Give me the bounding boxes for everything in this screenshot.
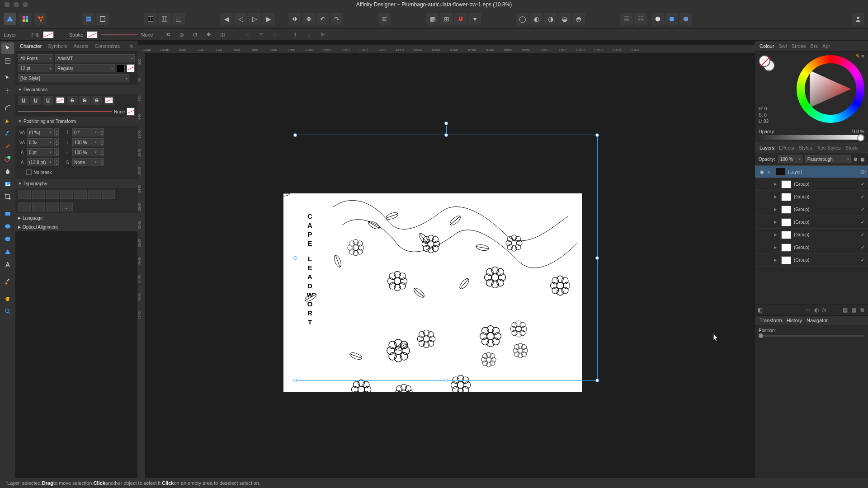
delete-layer-icon[interactable]: 🗑	[860, 307, 865, 313]
zoom-tool-icon[interactable]	[1, 305, 14, 317]
typo-caps-button[interactable]	[46, 190, 59, 199]
selection-handle-tr[interactable]	[595, 133, 599, 137]
align-right-icon[interactable]: ≡	[270, 30, 280, 40]
space-h-icon[interactable]: ⊪	[318, 30, 328, 40]
snap-options-icon[interactable]: ▾	[468, 13, 481, 25]
expand-icon[interactable]: ▶	[774, 245, 778, 249]
strike-button[interactable]: S	[67, 96, 78, 105]
insert-target-icon[interactable]: ☰	[620, 13, 633, 25]
close-window-icon[interactable]	[5, 2, 10, 7]
layer-cog-icon[interactable]: ⚙	[854, 157, 858, 162]
layer-row[interactable]: ▶(Group)✓	[755, 203, 868, 216]
tab-styles[interactable]: Styles	[798, 145, 812, 150]
cycle-select-icon[interactable]: ◫	[217, 30, 227, 40]
align-center-icon[interactable]: ≣	[256, 30, 266, 40]
language-header[interactable]: ▶Language	[15, 213, 137, 222]
tab-effects[interactable]: Effects	[779, 145, 794, 150]
insert-inside-icon[interactable]: ☷	[634, 13, 647, 25]
typo-position-button[interactable]	[74, 190, 87, 199]
opacity-slider[interactable]	[759, 135, 864, 140]
double-strike-button[interactable]: S	[79, 96, 90, 105]
add-pixel-layer-icon[interactable]: ▦	[851, 307, 856, 313]
blend-mode-select[interactable]: Passthrough	[805, 155, 851, 163]
typo-ordinals-button[interactable]	[102, 190, 115, 199]
expand-icon[interactable]: ▶	[768, 170, 773, 174]
tab-stock[interactable]: Stock	[845, 145, 858, 150]
axis-icon[interactable]	[172, 13, 185, 25]
fill-stroke-swatch-stack[interactable]	[759, 55, 775, 71]
corner-tool-icon[interactable]	[1, 102, 14, 114]
lock-aspect-icon[interactable]: ⟲	[163, 30, 173, 40]
font-size-select[interactable]: 12 pt	[18, 64, 53, 72]
back-one-icon[interactable]: ◁	[234, 13, 247, 25]
text-bg-swatch[interactable]	[127, 64, 135, 72]
brush-tool-icon[interactable]	[1, 140, 14, 152]
visibility-icon[interactable]: ◉	[758, 169, 765, 174]
panel-menu-icon[interactable]: ≡	[130, 43, 133, 49]
tab-transform[interactable]: Transform	[760, 318, 782, 323]
layer-check-icon[interactable]: ☑	[859, 169, 865, 174]
text-tool-icon[interactable]	[1, 258, 14, 270]
transform-origin-icon[interactable]: ✥	[204, 30, 214, 40]
colour-picker-tool-icon[interactable]	[1, 276, 14, 287]
boolean-divide-icon[interactable]: ◒	[558, 13, 571, 25]
triangle-tool-icon[interactable]	[1, 246, 14, 258]
grid-icon[interactable]	[144, 13, 157, 25]
distribute-h-icon[interactable]: ⫴	[291, 30, 301, 40]
tracking-input[interactable]: (0 ‰)	[27, 128, 53, 136]
typo-opt1-button[interactable]	[18, 202, 31, 211]
history-slider[interactable]	[759, 335, 864, 337]
adjust-layer-icon[interactable]: ◐	[814, 307, 819, 313]
view-mode-1-icon[interactable]	[651, 13, 664, 25]
pencil-tool-icon[interactable]	[1, 127, 14, 139]
layer-row[interactable]: ▶(Group)✓	[755, 216, 868, 229]
rectangle-tool-icon[interactable]	[1, 208, 14, 220]
expand-icon[interactable]: ▶	[774, 182, 778, 186]
align-icon[interactable]	[378, 13, 391, 25]
layer-row[interactable]: ▶(Group)✓	[755, 178, 868, 191]
expand-icon[interactable]: ▶	[774, 195, 778, 199]
align-left-icon[interactable]: ≡	[243, 30, 253, 40]
tab-colour[interactable]: Colour	[760, 43, 774, 49]
place-image-tool-icon[interactable]	[1, 178, 14, 190]
ellipse-tool-icon[interactable]	[1, 221, 14, 232]
hand-tool-icon[interactable]	[1, 293, 14, 305]
decorations-header[interactable]: ▼Decorations	[15, 85, 137, 94]
distribute-v-icon[interactable]: ⫼	[304, 30, 314, 40]
typo-figures-button[interactable]	[60, 190, 73, 199]
shear-input[interactable]: 0 °	[72, 128, 99, 136]
tab-brushes[interactable]: Brs	[811, 43, 818, 49]
snap-toggle-icon[interactable]: ▦	[426, 13, 439, 25]
underline-swatch[interactable]	[55, 96, 66, 105]
snapping-icon[interactable]	[82, 13, 95, 25]
layer-row[interactable]: ▶(Group)✓	[755, 241, 868, 254]
boolean-subtract-icon[interactable]: ◐	[530, 13, 543, 25]
typo-alternates-button[interactable]	[32, 190, 45, 199]
move-back-icon[interactable]: ◀	[220, 13, 233, 25]
positioning-header[interactable]: ▼Positioning and Transform	[15, 117, 137, 126]
stroke-swatch[interactable]	[87, 31, 98, 38]
persona-export-icon[interactable]	[34, 13, 47, 25]
typo-opt2-button[interactable]	[32, 202, 45, 211]
vscale-input[interactable]: 100 %	[72, 148, 99, 156]
expand-icon[interactable]: ▶	[774, 258, 778, 262]
layer-edit-all-icon[interactable]: ◧	[758, 307, 763, 313]
guides-icon[interactable]	[158, 13, 171, 25]
tab-appearance[interactable]: Apr	[822, 43, 830, 49]
stroke-width-slider[interactable]	[101, 34, 137, 35]
tab-text-styles[interactable]: Text Styles	[816, 145, 840, 150]
tab-history[interactable]: History	[787, 318, 802, 323]
tab-layers[interactable]: Layers	[760, 145, 774, 150]
layer-row[interactable]: ▶(Group)✓	[755, 229, 868, 241]
tab-stroke[interactable]: Stroke	[792, 43, 806, 49]
boolean-add-icon[interactable]: ◯	[516, 13, 529, 25]
fill-tool-icon[interactable]	[1, 153, 14, 164]
account-icon[interactable]	[852, 13, 864, 25]
layer-check-icon[interactable]: ✓	[860, 207, 865, 212]
colour-wheel[interactable]	[797, 55, 864, 123]
tab-character[interactable]: Character	[20, 43, 42, 49]
tab-navigator[interactable]: Navigator	[807, 318, 828, 323]
layer-options-icon[interactable]: ▦	[860, 157, 864, 162]
persona-pixel-icon[interactable]	[19, 13, 32, 25]
eyedropper-icon[interactable]: ✎	[856, 53, 860, 59]
